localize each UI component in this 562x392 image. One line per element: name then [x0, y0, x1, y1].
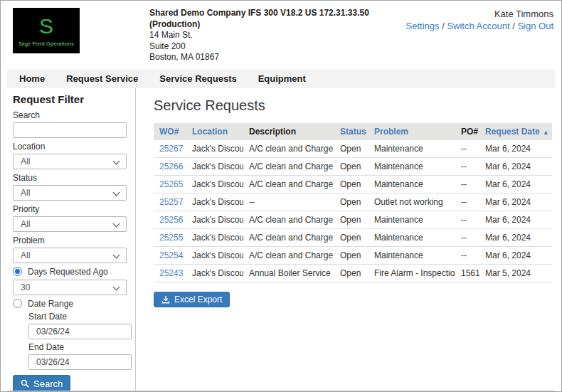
nav-item-request-service[interactable]: Request Service — [55, 73, 149, 84]
cell-status: Open — [334, 140, 369, 158]
start-date-label: Start Date — [28, 312, 128, 322]
priority-label: Priority — [13, 204, 128, 214]
cell-location: Jack's Discount — [186, 157, 243, 175]
problem-label: Problem — [13, 235, 128, 245]
main-content: Service Requests WO# Location Descriptio… — [136, 88, 555, 391]
company-address-line: Boston, MA 01867 — [149, 52, 369, 63]
link-separator: / — [510, 21, 518, 31]
sign-out-link[interactable]: Sign Out — [517, 21, 553, 31]
location-select[interactable]: All — [13, 154, 127, 169]
cell-status: Open — [334, 175, 369, 193]
cell-problem: Maintenance — [369, 228, 455, 246]
column-header-status[interactable]: Status — [334, 123, 369, 140]
cell-location: Jack's Discount — [186, 246, 243, 264]
company-address-line: Suite 200 — [149, 41, 369, 53]
wo-link[interactable]: 25267 — [159, 144, 183, 154]
page-header: S Sage Field Operations Shared Demo Comp… — [7, 1, 555, 63]
wo-link[interactable]: 25254 — [159, 250, 183, 260]
cell-status: Open — [334, 228, 369, 246]
table-row: 25256 Jack's Discount A/C clean and Char… — [154, 211, 552, 228]
cell-location: Jack's Discount — [186, 175, 243, 193]
days-requested-ago-radio[interactable] — [13, 267, 22, 276]
location-label: Location — [13, 142, 128, 152]
cell-description: A/C clean and Charge — [243, 175, 334, 193]
nav-item-home[interactable]: Home — [7, 73, 55, 84]
request-filter-panel: Request Filter Search Location All Statu… — [7, 88, 136, 391]
date-range-label: Date Range — [28, 299, 73, 309]
switch-account-link[interactable]: Switch Account — [447, 21, 509, 31]
sort-asc-icon: ▲ — [543, 129, 549, 136]
user-name: Kate Timmons — [406, 8, 553, 20]
wo-link[interactable]: 25256 — [159, 215, 183, 225]
company-name: Shared Demo Company IFS 300 V18.2 US 172… — [149, 8, 369, 19]
user-links: Settings / Switch Account / Sign Out — [406, 20, 553, 32]
page-title: Service Requests — [154, 97, 552, 114]
wo-link[interactable]: 25255 — [159, 233, 183, 243]
cell-description: A/C clean and Charge — [243, 211, 334, 228]
service-requests-table: WO# Location Description Status Problem … — [154, 123, 552, 282]
cell-request-date: Mar 6, 2024 — [479, 228, 552, 246]
column-header-location[interactable]: Location — [186, 123, 243, 140]
wo-link[interactable]: 25265 — [159, 179, 183, 189]
cell-po: -- — [455, 246, 479, 264]
cell-location: Jack's Discount — [186, 264, 243, 282]
excel-export-button[interactable]: Excel Export — [154, 292, 230, 307]
cell-description: A/C clean and Charge — [243, 157, 334, 175]
column-header-request-date[interactable]: Request Date▲ — [479, 123, 552, 140]
nav-item-equipment[interactable]: Equipment — [248, 73, 317, 84]
cell-description: -- — [243, 193, 334, 211]
cell-problem: Maintenance — [369, 211, 455, 228]
days-requested-ago-value: 30 — [21, 282, 30, 292]
cell-po: -- — [455, 228, 479, 246]
download-icon — [161, 295, 170, 304]
cell-problem: Fire Alarm - Inspection — [369, 264, 455, 282]
cell-location: Jack's Discount — [186, 140, 243, 158]
cell-status: Open — [334, 157, 369, 175]
wo-link[interactable]: 25243 — [159, 268, 183, 278]
status-label: Status — [13, 173, 128, 183]
search-input[interactable] — [13, 122, 127, 138]
location-select-value: All — [21, 157, 30, 166]
problem-select-value: All — [21, 250, 30, 260]
end-date-input[interactable] — [28, 354, 132, 370]
nav-item-service-requests[interactable]: Service Requests — [149, 73, 247, 84]
cell-request-date: Mar 6, 2024 — [479, 211, 552, 228]
company-logo: S Sage Field Operations — [13, 8, 80, 53]
wo-link[interactable]: 25257 — [159, 197, 183, 207]
cell-problem: Outlet not working — [369, 193, 455, 211]
cell-request-date: Mar 6, 2024 — [479, 140, 552, 158]
cell-description: A/C clean and Charge — [243, 228, 334, 246]
days-requested-ago-label: Days Requested Ago — [28, 267, 108, 277]
cell-problem: Maintenance — [369, 140, 455, 158]
column-header-wo[interactable]: WO# — [154, 123, 186, 140]
cell-po: -- — [455, 193, 479, 211]
chevron-down-icon — [113, 283, 120, 290]
status-select[interactable]: All — [13, 185, 127, 201]
table-row: 25255 Jack's Discount A/C clean and Char… — [154, 228, 552, 246]
filter-title: Request Filter — [13, 93, 128, 105]
logo-s-glyph: S — [39, 16, 53, 37]
start-date-input[interactable] — [28, 324, 132, 339]
table-row: 25243 Jack's Discount Annual Boiler Serv… — [154, 264, 552, 282]
wo-link[interactable]: 25266 — [159, 161, 183, 171]
problem-select[interactable]: All — [13, 248, 127, 263]
status-select-value: All — [21, 188, 30, 198]
priority-select-value: All — [21, 219, 30, 229]
column-header-problem[interactable]: Problem — [369, 123, 455, 140]
link-separator: / — [440, 21, 447, 31]
column-header-description: Description — [243, 123, 334, 140]
settings-link[interactable]: Settings — [406, 21, 440, 31]
cell-po: -- — [455, 140, 479, 158]
cell-request-date: Mar 6, 2024 — [479, 193, 552, 211]
cell-po: -- — [455, 175, 479, 193]
cell-po: -- — [455, 157, 479, 175]
chevron-down-icon — [113, 157, 120, 164]
company-info: Shared Demo Company IFS 300 V18.2 US 172… — [149, 8, 369, 63]
company-environment: (Production) — [149, 19, 369, 31]
excel-export-label: Excel Export — [174, 295, 222, 304]
date-range-radio[interactable] — [13, 299, 22, 308]
cell-request-date: Mar 5, 2024 — [479, 264, 552, 282]
priority-select[interactable]: All — [13, 216, 127, 232]
search-button[interactable]: Search — [13, 375, 70, 391]
days-requested-ago-select[interactable]: 30 — [13, 280, 127, 295]
